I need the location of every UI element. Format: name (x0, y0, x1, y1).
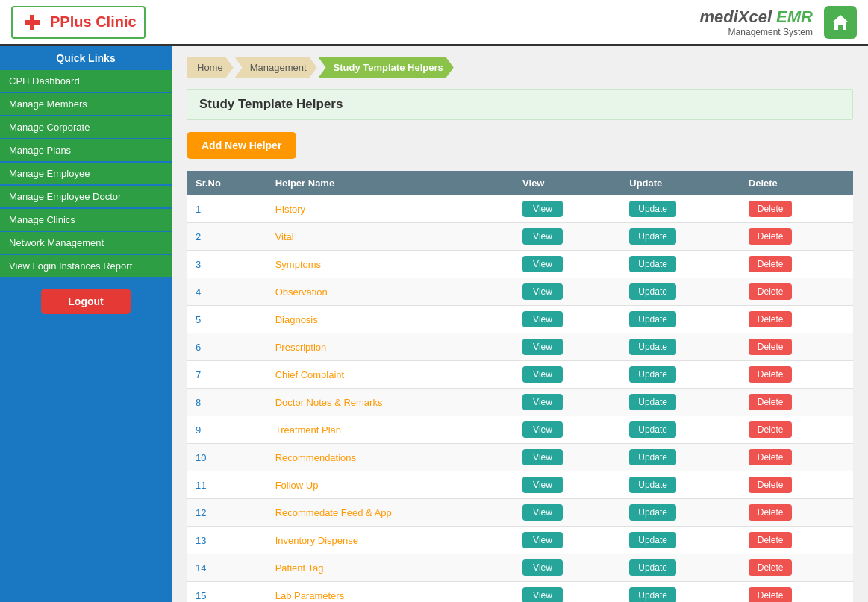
cell-sr: 6 (187, 333, 266, 361)
col-update: Update (620, 171, 740, 195)
home-button[interactable] (824, 6, 857, 39)
sidebar-item-view-login-instances[interactable]: View Login Instances Report (0, 255, 172, 277)
view-button[interactable]: View (522, 532, 563, 548)
breadcrumb-item-1[interactable]: Management (235, 57, 317, 78)
cell-update: Update (620, 333, 740, 361)
update-button[interactable]: Update (629, 283, 676, 300)
view-button[interactable]: View (522, 339, 563, 355)
view-button[interactable]: View (522, 559, 563, 576)
cell-delete: Delete (740, 361, 853, 389)
sidebar-item-manage-employee[interactable]: Manage Employee (0, 163, 172, 184)
sidebar-item-manage-clinics[interactable]: Manage Clinics (0, 209, 172, 231)
logo-icon (20, 10, 44, 34)
view-button[interactable]: View (522, 256, 563, 272)
sidebar-item-manage-employee-doctor[interactable]: Manage Employee Doctor (0, 186, 172, 207)
view-button[interactable]: View (522, 283, 563, 300)
delete-button[interactable]: Delete (749, 449, 793, 465)
update-button[interactable]: Update (629, 256, 676, 272)
cell-view: View (513, 223, 620, 251)
table-row: 11Follow UpViewUpdateDelete (187, 471, 853, 499)
cell-view: View (513, 444, 620, 471)
cell-view: View (513, 582, 620, 603)
delete-button[interactable]: Delete (749, 394, 793, 410)
update-button[interactable]: Update (629, 587, 676, 602)
delete-button[interactable]: Delete (749, 587, 793, 602)
view-button[interactable]: View (522, 504, 563, 521)
update-button[interactable]: Update (629, 228, 676, 245)
delete-button[interactable]: Delete (749, 477, 793, 493)
delete-button[interactable]: Delete (749, 339, 793, 355)
delete-button[interactable]: Delete (749, 532, 793, 548)
page-title: Study Template Helpers (187, 89, 853, 120)
update-button[interactable]: Update (629, 449, 676, 465)
update-button[interactable]: Update (629, 504, 676, 521)
logo-text: PPlus Clinic (50, 13, 137, 31)
view-button[interactable]: View (522, 311, 563, 327)
table-row: 12Recommedate Feed & AppViewUpdateDelete (187, 499, 853, 527)
delete-button[interactable]: Delete (749, 201, 793, 217)
cell-update: Update (620, 223, 740, 251)
col-delete: Delete (740, 171, 853, 195)
sidebar-item-manage-plans[interactable]: Manage Plans (0, 139, 172, 161)
view-button[interactable]: View (522, 421, 563, 438)
delete-button[interactable]: Delete (749, 559, 793, 576)
update-button[interactable]: Update (629, 559, 676, 576)
header-right: mediXcel EMR Management System (699, 6, 857, 39)
delete-button[interactable]: Delete (749, 504, 793, 521)
logo-area: PPlus Clinic (11, 6, 146, 39)
view-button[interactable]: View (522, 394, 563, 410)
sidebar-item-cph-dashboard[interactable]: CPH Dashboard (0, 70, 172, 92)
view-button[interactable]: View (522, 228, 563, 245)
sidebar-nav: CPH DashboardManage MembersManage Corpor… (0, 70, 172, 277)
delete-button[interactable]: Delete (749, 228, 793, 245)
table-body: 1HistoryViewUpdateDelete2VitalViewUpdate… (187, 195, 853, 602)
update-button[interactable]: Update (629, 366, 676, 383)
delete-button[interactable]: Delete (749, 283, 793, 300)
view-button[interactable]: View (522, 587, 563, 602)
delete-button[interactable]: Delete (749, 366, 793, 383)
cell-view: View (513, 278, 620, 306)
view-button[interactable]: View (522, 477, 563, 493)
cell-update: Update (620, 527, 740, 554)
update-button[interactable]: Update (629, 532, 676, 548)
cell-view: View (513, 471, 620, 499)
update-button[interactable]: Update (629, 311, 676, 327)
update-button[interactable]: Update (629, 421, 676, 438)
cell-view: View (513, 389, 620, 416)
cell-view: View (513, 499, 620, 527)
delete-button[interactable]: Delete (749, 256, 793, 272)
cell-delete: Delete (740, 223, 853, 251)
view-button[interactable]: View (522, 449, 563, 465)
sidebar-item-network-management[interactable]: Network Management (0, 232, 172, 254)
update-button[interactable]: Update (629, 477, 676, 493)
cell-delete: Delete (740, 499, 853, 527)
cell-helper-name: Treatment Plan (266, 416, 513, 444)
update-button[interactable]: Update (629, 394, 676, 410)
layout: Quick Links CPH DashboardManage MembersM… (0, 46, 868, 602)
sidebar: Quick Links CPH DashboardManage MembersM… (0, 46, 172, 602)
delete-button[interactable]: Delete (749, 311, 793, 327)
delete-button[interactable]: Delete (749, 421, 793, 438)
brand-emr: EMR (772, 7, 813, 26)
view-button[interactable]: View (522, 201, 563, 217)
sidebar-item-manage-members[interactable]: Manage Members (0, 93, 172, 115)
breadcrumb-item-0[interactable]: Home (187, 57, 234, 78)
main-content: HomeManagementStudy Template Helpers Stu… (172, 46, 868, 602)
cell-update: Update (620, 416, 740, 444)
view-button[interactable]: View (522, 366, 563, 383)
logout-button[interactable]: Logout (41, 289, 131, 314)
header: PPlus Clinic mediXcel EMR Management Sys… (0, 0, 868, 46)
add-new-helper-button[interactable]: Add New Helper (187, 132, 296, 159)
cell-delete: Delete (740, 444, 853, 471)
table-row: 13Inventory DispenseViewUpdateDelete (187, 527, 853, 554)
cell-view: View (513, 554, 620, 582)
sidebar-item-manage-corporate[interactable]: Manage Corporate (0, 116, 172, 138)
cell-update: Update (620, 444, 740, 471)
cell-update: Update (620, 582, 740, 603)
table-row: 4ObservationViewUpdateDelete (187, 278, 853, 306)
update-button[interactable]: Update (629, 339, 676, 355)
update-button[interactable]: Update (629, 201, 676, 217)
svg-rect-2 (25, 20, 40, 25)
cell-helper-name: Follow Up (266, 471, 513, 499)
table-row: 15Lab ParametersViewUpdateDelete (187, 582, 853, 603)
